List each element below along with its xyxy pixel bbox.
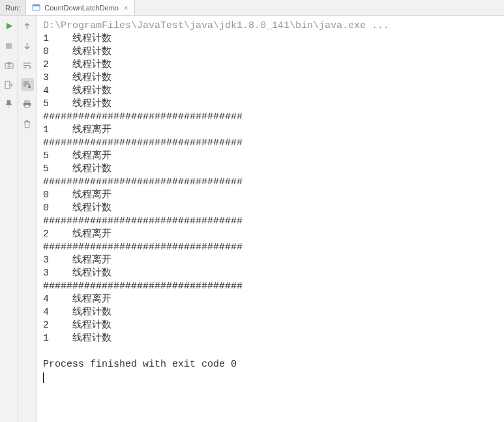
console-line: 5 线程计数 xyxy=(43,163,499,176)
svg-rect-4 xyxy=(7,63,10,64)
pin-icon xyxy=(5,100,12,109)
console-line: 5 线程计数 xyxy=(43,98,499,111)
console-line: ################################## xyxy=(43,137,499,150)
exit-button[interactable] xyxy=(3,78,16,91)
console-header-line: D:\ProgramFiles\JavaTest\java\jdk1.8.0_1… xyxy=(43,20,499,33)
console-line: ################################## xyxy=(43,280,499,293)
tab-title: CountDownLatchDemo xyxy=(44,4,119,12)
console-output[interactable]: D:\ProgramFiles\JavaTest\java\jdk1.8.0_1… xyxy=(37,16,504,422)
arrow-down-icon xyxy=(23,42,31,49)
exit-icon xyxy=(5,81,13,89)
console-cursor-line xyxy=(43,371,499,384)
tab-bar: Run: CountDownLatchDemo × xyxy=(0,0,504,16)
svg-rect-3 xyxy=(5,63,13,68)
soft-wrap-icon xyxy=(23,62,31,69)
arrow-up-icon xyxy=(23,23,31,30)
console-line: 2 线程计数 xyxy=(43,319,499,332)
text-cursor xyxy=(43,373,44,383)
console-line: Process finished with exit code 0 xyxy=(43,358,499,371)
svg-rect-7 xyxy=(25,101,29,103)
stop-button[interactable] xyxy=(3,39,16,52)
console-line: 2 线程离开 xyxy=(43,228,499,241)
application-icon xyxy=(31,3,40,12)
scroll-end-icon xyxy=(23,81,31,89)
console-line: 2 线程计数 xyxy=(43,59,499,72)
svg-rect-1 xyxy=(33,5,40,7)
console-line: ################################## xyxy=(43,241,499,254)
tab-countdownlatchdemo[interactable]: CountDownLatchDemo × xyxy=(26,0,135,15)
console-line: 0 线程计数 xyxy=(43,202,499,215)
console-line xyxy=(43,345,499,358)
console-line: ################################## xyxy=(43,176,499,189)
svg-point-5 xyxy=(8,64,10,67)
console-line: 1 线程计数 xyxy=(43,332,499,345)
run-button[interactable] xyxy=(3,20,16,33)
console-line: 3 线程离开 xyxy=(43,254,499,267)
up-button[interactable] xyxy=(21,20,34,33)
console-line: 5 线程离开 xyxy=(43,150,499,163)
console-line: ################################## xyxy=(43,111,499,124)
console-line: 1 线程计数 xyxy=(43,33,499,46)
console-line: 3 线程计数 xyxy=(43,267,499,280)
console-line: 4 线程离开 xyxy=(43,293,499,306)
toolbar-left xyxy=(0,16,18,422)
down-button[interactable] xyxy=(21,39,34,52)
soft-wrap-button[interactable] xyxy=(21,59,34,72)
play-icon xyxy=(5,22,13,30)
trash-icon xyxy=(23,120,31,128)
print-button[interactable] xyxy=(21,98,34,111)
console-line: 0 线程离开 xyxy=(43,189,499,202)
console-line: 4 线程计数 xyxy=(43,85,499,98)
svg-rect-2 xyxy=(6,43,12,49)
main-area: D:\ProgramFiles\JavaTest\java\jdk1.8.0_1… xyxy=(0,16,504,422)
stop-icon xyxy=(5,42,12,49)
camera-icon xyxy=(5,61,14,69)
console-line: 0 线程计数 xyxy=(43,46,499,59)
svg-rect-9 xyxy=(25,105,29,107)
run-label: Run: xyxy=(0,0,26,15)
dump-threads-button[interactable] xyxy=(3,59,16,72)
tab-close-icon[interactable]: × xyxy=(123,4,129,12)
print-icon xyxy=(23,100,31,108)
scroll-to-end-button[interactable] xyxy=(21,78,34,91)
console-line: 1 线程离开 xyxy=(43,124,499,137)
console-line: 4 线程计数 xyxy=(43,306,499,319)
toolbar-mid xyxy=(18,16,37,422)
console-line: 3 线程计数 xyxy=(43,72,499,85)
pin-button[interactable] xyxy=(3,98,16,111)
clear-all-button[interactable] xyxy=(21,117,34,130)
console-line: ################################## xyxy=(43,215,499,228)
